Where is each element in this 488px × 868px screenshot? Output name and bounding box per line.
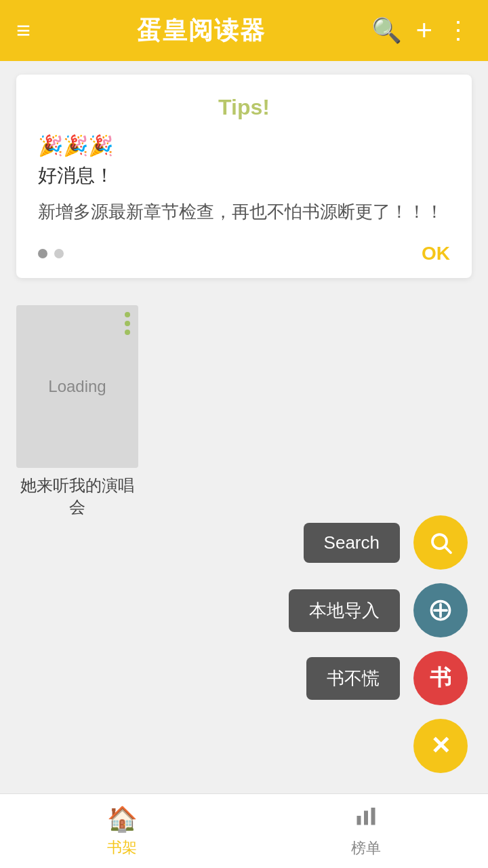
- fab-menu: Search 本地导入 书不慌 书 ✕: [289, 515, 468, 773]
- search-label[interactable]: Search: [304, 523, 400, 563]
- bookshelf-icon: 🏠: [107, 805, 138, 833]
- rankings-label: 榜单: [351, 838, 381, 859]
- add-icon[interactable]: +: [415, 14, 432, 47]
- shu-short-label: 书: [430, 663, 451, 693]
- book-menu-dots[interactable]: [125, 312, 130, 335]
- tips-dot-1: [38, 249, 47, 258]
- close-icon: ✕: [430, 732, 451, 760]
- local-import-fab-button[interactable]: [413, 583, 468, 637]
- tips-headline: 好消息！: [38, 163, 450, 189]
- nav-rankings[interactable]: 榜单: [244, 804, 488, 859]
- svg-rect-6: [364, 811, 368, 825]
- rankings-icon: [354, 804, 378, 834]
- svg-rect-7: [371, 808, 375, 825]
- book-cover[interactable]: Loading: [16, 305, 138, 468]
- nav-bookshelf[interactable]: 🏠 书架: [0, 805, 244, 858]
- fab-close-button[interactable]: ✕: [413, 719, 468, 773]
- more-icon[interactable]: ⋮: [446, 16, 472, 45]
- shu-fab-button[interactable]: 书: [413, 651, 468, 705]
- book-title: 她来听我的演唱会: [16, 475, 138, 518]
- dot-1: [125, 312, 130, 317]
- book-loading-label: Loading: [48, 377, 106, 396]
- tips-dot-2: [54, 249, 64, 258]
- tips-footer: OK: [38, 243, 450, 264]
- tips-emoji: 🎉🎉🎉: [38, 134, 450, 157]
- bookshelf-label: 书架: [107, 837, 137, 858]
- search-icon[interactable]: 🔍: [371, 16, 402, 45]
- svg-rect-5: [357, 816, 361, 825]
- menu-icon[interactable]: ≡: [16, 16, 30, 45]
- search-fab-button[interactable]: [413, 515, 468, 570]
- dot-3: [125, 330, 130, 335]
- tips-pagination: [38, 249, 64, 258]
- tips-body: 新增多源最新章节检查，再也不怕书源断更了！！！: [38, 198, 450, 226]
- bottom-nav: 🏠 书架 榜单: [0, 793, 488, 868]
- search-fab-icon: [428, 530, 453, 555]
- dot-2: [125, 321, 130, 326]
- fab-shu-row: 书不慌 书: [306, 651, 468, 705]
- tips-ok-button[interactable]: OK: [422, 243, 450, 264]
- fab-close-row: ✕: [413, 719, 468, 773]
- main-content: Loading 她来听我的演唱会: [0, 292, 488, 532]
- add-circle-icon: [428, 598, 453, 623]
- tips-dialog: Tips! 🎉🎉🎉 好消息！ 新增多源最新章节检查，再也不怕书源断更了！！！ O…: [16, 75, 472, 278]
- book-list: Loading 她来听我的演唱会: [16, 305, 472, 518]
- topbar: ≡ 蛋皇阅读器 🔍 + ⋮: [0, 0, 488, 61]
- book-item[interactable]: Loading 她来听我的演唱会: [16, 305, 138, 518]
- local-import-label[interactable]: 本地导入: [289, 589, 400, 632]
- fab-search-row: Search: [304, 515, 468, 570]
- shu-label[interactable]: 书不慌: [306, 657, 400, 700]
- app-title: 蛋皇阅读器: [44, 14, 358, 47]
- svg-line-1: [445, 547, 451, 553]
- fab-local-import-row: 本地导入: [289, 583, 468, 637]
- tips-title: Tips!: [38, 95, 450, 120]
